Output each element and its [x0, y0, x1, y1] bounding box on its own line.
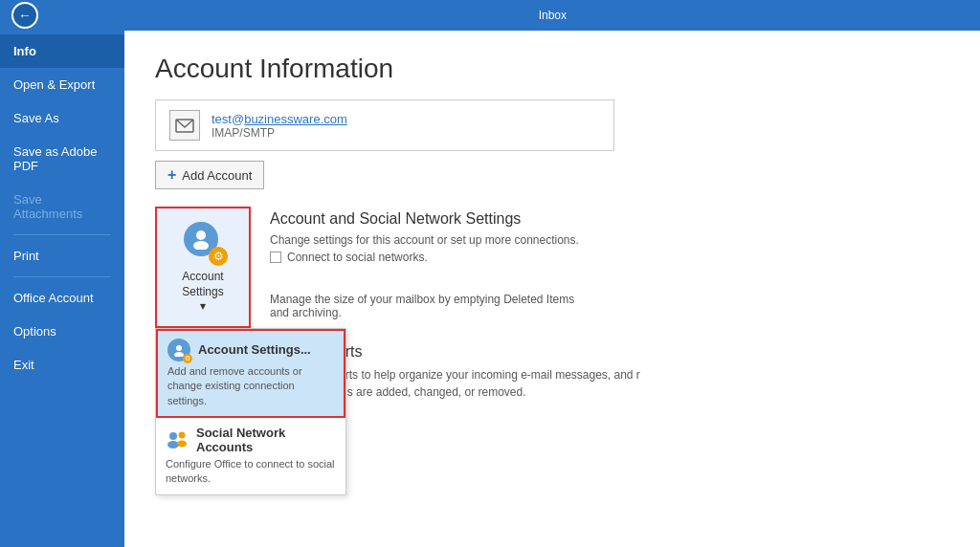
- cleanup-desc: Manage the size of your mailbox by empty…: [270, 293, 595, 319]
- sidebar-item-save-adobe[interactable]: Save as Adobe PDF: [0, 135, 124, 183]
- person-svg: [190, 229, 212, 250]
- account-info: test@buzinessware.com IMAP/SMTP: [212, 112, 347, 140]
- dropdown-item-desc-1: Add and remove accounts or change existi…: [167, 364, 334, 408]
- sidebar-item-save-attachments: Save Attachments: [0, 183, 124, 230]
- svg-point-7: [179, 431, 186, 438]
- sidebar-item-options[interactable]: Options: [0, 315, 124, 348]
- back-icon: ←: [18, 8, 32, 23]
- main-layout: Info Open & Export Save As Save as Adobe…: [0, 31, 980, 547]
- account-settings-title: Account and Social Network Settings: [270, 210, 595, 228]
- page-title: Account Information: [155, 54, 949, 84]
- add-account-label: Add Account: [182, 168, 252, 183]
- account-type: IMAP/SMTP: [212, 126, 347, 140]
- dropdown-item-header: ⚙ Account Settings...: [167, 339, 334, 361]
- sidebar-item-exit[interactable]: Exit: [0, 348, 124, 382]
- account-settings-wrapper: ⚙ Account Settings ▾: [155, 207, 251, 328]
- email-domain: buzinessware.com: [244, 112, 347, 126]
- dropdown-item-title-2: Social Network Accounts: [196, 426, 336, 454]
- sidebar-item-save-as[interactable]: Save As: [0, 101, 124, 135]
- svg-point-3: [176, 345, 182, 351]
- top-bar-title: Inbox: [539, 9, 567, 22]
- account-card: test@buzinessware.com IMAP/SMTP: [155, 99, 614, 151]
- content-area: Account Information test@buzinessware.co…: [124, 31, 980, 547]
- svg-point-8: [177, 440, 187, 447]
- dropdown-item-social[interactable]: Social Network Accounts Configure Office…: [156, 418, 345, 494]
- account-settings-text: Account and Social Network Settings Chan…: [270, 207, 595, 323]
- svg-point-5: [169, 432, 177, 440]
- dropdown-social-icon: [166, 428, 189, 451]
- sidebar-item-info[interactable]: Info: [0, 34, 124, 68]
- account-email-icon: [169, 110, 200, 141]
- account-settings-button[interactable]: ⚙ Account Settings ▾: [155, 207, 251, 328]
- social-people-svg: [166, 430, 189, 449]
- sidebar-divider: [13, 234, 111, 235]
- dropdown-account-icon: ⚙: [167, 339, 190, 361]
- sidebar-item-print[interactable]: Print: [0, 239, 124, 273]
- email-prefix: test@: [212, 112, 244, 126]
- dropdown-gear-small: ⚙: [183, 354, 192, 363]
- dropdown-item-desc-2: Configure Office to connect to social ne…: [166, 457, 336, 487]
- add-account-button[interactable]: + Add Account: [155, 161, 264, 189]
- account-settings-desc2: Connect to social networks.: [287, 251, 428, 264]
- account-settings-icon: ⚙: [178, 220, 228, 266]
- gear-overlay: ⚙: [209, 247, 228, 266]
- sidebar-item-office-account[interactable]: Office Account: [0, 281, 124, 315]
- svg-point-1: [196, 230, 206, 240]
- plus-icon: +: [167, 166, 176, 184]
- dropdown-item-title-1: Account Settings...: [198, 342, 311, 357]
- top-bar: ← Inbox: [0, 0, 980, 31]
- account-settings-desc1: Change settings for this account or set …: [270, 233, 595, 247]
- account-settings-dropdown: ⚙ Account Settings... Add and remove acc…: [155, 328, 346, 495]
- svg-point-6: [167, 441, 179, 449]
- svg-point-2: [193, 241, 209, 250]
- sidebar-divider-2: [13, 276, 111, 277]
- sidebar: Info Open & Export Save As Save as Adobe…: [0, 31, 124, 547]
- account-settings-section: ⚙ Account Settings ▾: [155, 207, 949, 328]
- account-settings-label: Account Settings ▾: [167, 270, 239, 315]
- sidebar-item-open-export[interactable]: Open & Export: [0, 68, 124, 101]
- dropdown-item-account-settings[interactable]: ⚙ Account Settings... Add and remove acc…: [156, 329, 345, 418]
- settings-arrow: ▾: [200, 299, 206, 313]
- dropdown-social-header: Social Network Accounts: [166, 426, 336, 454]
- checkbox-icon: [270, 252, 281, 263]
- account-email: test@buzinessware.com: [212, 112, 347, 126]
- email-icon: [174, 115, 195, 136]
- connect-row: Connect to social networks.: [270, 251, 595, 264]
- settings-label-text: Account Settings: [182, 270, 223, 298]
- back-button[interactable]: ←: [11, 2, 38, 29]
